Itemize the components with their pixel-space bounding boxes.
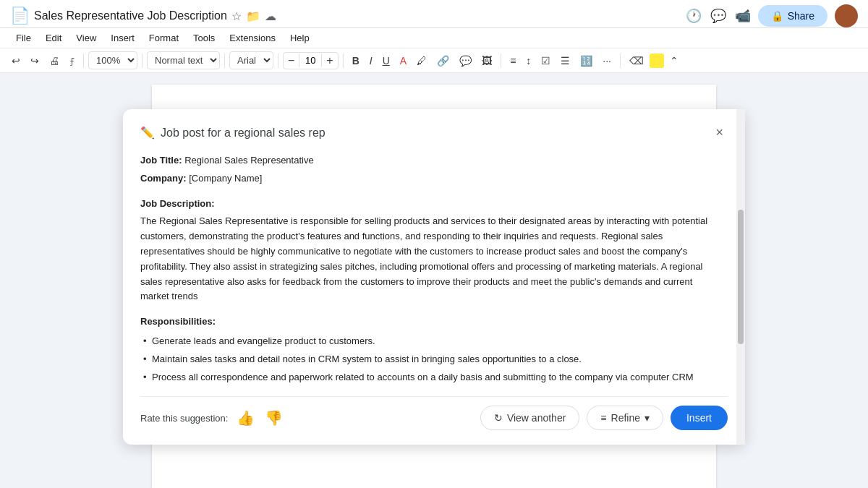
menu-tools[interactable]: Tools <box>187 30 221 46</box>
zoom-select[interactable]: 100% <box>88 51 137 69</box>
share-label: Share <box>788 10 814 22</box>
chevron-down-icon: ▾ <box>644 412 650 424</box>
title-right: 🕐 💬 📹 🔒 Share <box>686 4 858 27</box>
view-another-button[interactable]: ↻ View another <box>480 406 579 430</box>
doc-area: ✏️ Job post for a regional sales rep × J… <box>0 73 868 488</box>
separator-5 <box>343 53 344 68</box>
bold-button[interactable]: B <box>348 52 364 69</box>
comment-icon[interactable]: 💬 <box>710 8 726 24</box>
menu-edit[interactable]: Edit <box>40 30 67 46</box>
link-button[interactable]: 🔗 <box>433 52 454 69</box>
folder-icon[interactable]: 📁 <box>246 9 260 23</box>
bullets-list: Generate leads and evangelize product to… <box>140 334 722 385</box>
menu-help[interactable]: Help <box>284 30 315 46</box>
title-bar: 📄 Sales Representative Job Description ☆… <box>0 0 868 28</box>
collapse-button[interactable]: ⌃ <box>665 52 683 69</box>
dialog-header: ✏️ Job post for a regional sales rep × <box>140 124 728 142</box>
ai-dialog: ✏️ Job post for a regional sales rep × J… <box>123 109 745 445</box>
separator-1 <box>83 53 84 68</box>
menu-view[interactable]: View <box>70 30 102 46</box>
view-another-label: View another <box>507 412 566 424</box>
refine-icon: ≡ <box>600 412 606 424</box>
check-list-button[interactable]: ☑ <box>537 52 555 69</box>
font-size-group: − + <box>283 52 339 69</box>
avatar[interactable] <box>835 4 858 27</box>
menu-extensions[interactable]: Extensions <box>224 30 281 46</box>
menu-format[interactable]: Format <box>143 30 184 46</box>
menu-bar: File Edit View Insert Format Tools Exten… <box>0 28 868 48</box>
dialog-title-text: Job post for a regional sales rep <box>161 127 326 140</box>
insert-button[interactable]: Insert <box>671 406 728 430</box>
refine-button[interactable]: ≡ Refine ▾ <box>587 406 663 430</box>
top-toolbar-icons: 🕐 💬 📹 <box>686 8 751 24</box>
job-desc-text: The Regional Sales Representative is res… <box>140 214 722 304</box>
footer-actions: ↻ View another ≡ Refine ▾ Insert <box>480 406 728 430</box>
content-area: Job Title: Regional Sales Representative… <box>140 153 728 385</box>
doc-title: Sales Representative Job Description <box>34 9 227 22</box>
responsibilities-label: Responsibilities: <box>140 314 722 330</box>
bullet-item-1: Generate leads and evangelize product to… <box>140 334 722 349</box>
separator-6 <box>501 53 501 68</box>
title-left: 📄 Sales Representative Job Description ☆… <box>10 7 276 25</box>
bullet-item-3: Process all correspondence and paperwork… <box>140 370 722 385</box>
title-icons: ☆ 📁 ☁ <box>231 9 276 23</box>
italic-button[interactable]: I <box>365 52 377 69</box>
star-icon[interactable]: ☆ <box>231 9 242 23</box>
font-size-increase[interactable]: + <box>322 53 337 69</box>
separator-2 <box>142 53 142 68</box>
numbered-list-button[interactable]: 🔢 <box>576 52 597 69</box>
job-title-label: Job Title: <box>140 155 182 166</box>
separator-3 <box>224 53 225 68</box>
thumbs-up-button[interactable]: 👍 <box>235 408 256 428</box>
bullet-list-button[interactable]: ☰ <box>556 52 574 69</box>
redo-button[interactable]: ↪ <box>26 52 43 69</box>
menu-file[interactable]: File <box>10 30 37 46</box>
company-field: Company: [Company Name] <box>140 171 722 187</box>
more-button[interactable]: ··· <box>598 52 616 69</box>
text-style-select[interactable]: Normal text <box>147 51 220 69</box>
cloud-icon[interactable]: ☁ <box>265 9 276 23</box>
highlight-color-button[interactable] <box>650 53 664 68</box>
scrollbar-thumb[interactable] <box>738 210 744 344</box>
underline-button[interactable]: U <box>378 52 394 69</box>
font-size-input[interactable] <box>299 53 322 67</box>
menu-insert[interactable]: Insert <box>105 30 140 46</box>
meet-icon[interactable]: 📹 <box>735 8 751 24</box>
font-size-decrease[interactable]: − <box>284 53 299 69</box>
refresh-icon: ↻ <box>494 412 503 424</box>
clear-format-button[interactable]: ⌫ <box>625 52 648 69</box>
refine-label: Refine <box>611 412 640 424</box>
separator-4 <box>278 53 278 68</box>
line-spacing-button[interactable]: ↕ <box>522 52 535 69</box>
dialog-title: ✏️ Job post for a regional sales rep <box>140 126 326 140</box>
toolbar: ↩ ↪ 🖨 Ꞙ 100% Normal text Arial − + B I U… <box>0 48 868 73</box>
spell-check-button[interactable]: Ꞙ <box>65 52 79 69</box>
align-button[interactable]: ≡ <box>506 52 520 69</box>
print-button[interactable]: 🖨 <box>45 52 64 69</box>
bullet-item-2: Maintain sales tasks and detail notes in… <box>140 352 722 367</box>
thumbs-down-button[interactable]: 👎 <box>263 408 284 428</box>
job-desc-label: Job Description: <box>140 197 722 212</box>
font-family-select[interactable]: Arial <box>229 51 273 69</box>
rate-label: Rate this suggestion: <box>140 413 228 424</box>
company-value: [Company Name] <box>189 173 262 184</box>
comment-button[interactable]: 💬 <box>455 52 476 69</box>
history-icon[interactable]: 🕐 <box>686 8 702 24</box>
lock-icon: 🔒 <box>771 10 783 22</box>
dialog-footer: Rate this suggestion: 👍 👎 ↻ View another… <box>140 396 728 430</box>
ai-pencil-icon: ✏️ <box>140 126 155 140</box>
company-label: Company: <box>140 173 187 184</box>
close-dialog-button[interactable]: × <box>711 124 728 142</box>
rate-section: Rate this suggestion: 👍 👎 <box>140 408 284 428</box>
separator-7 <box>620 53 621 68</box>
doc-icon: 📄 <box>10 7 30 25</box>
highlight-button[interactable]: 🖊 <box>412 52 431 69</box>
undo-button[interactable]: ↩ <box>7 52 25 69</box>
job-title-field: Job Title: Regional Sales Representative <box>140 153 722 168</box>
image-button[interactable]: 🖼 <box>477 52 496 69</box>
job-title-value: Regional Sales Representative <box>184 155 314 166</box>
text-color-button[interactable]: A <box>396 52 411 69</box>
scrollbar-track[interactable] <box>736 109 745 445</box>
share-button[interactable]: 🔒 Share <box>758 5 827 27</box>
